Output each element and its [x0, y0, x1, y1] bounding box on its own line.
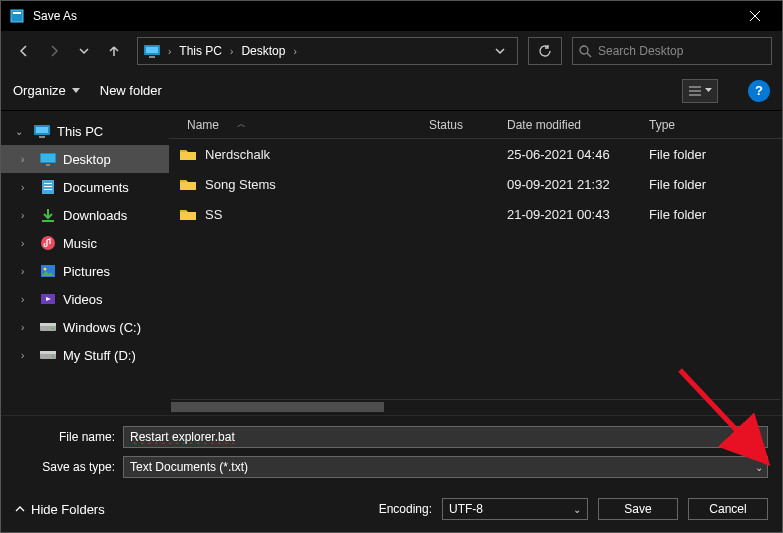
filename-label: File name: — [15, 430, 123, 444]
svg-rect-28 — [40, 323, 56, 326]
cancel-button[interactable]: Cancel — [688, 498, 768, 520]
music-icon — [39, 234, 57, 252]
refresh-button[interactable] — [528, 37, 562, 65]
sidebar-item-music[interactable]: ›Music — [1, 229, 169, 257]
column-headers: Name︿ Status Date modified Type — [169, 111, 782, 139]
sort-asc-icon: ︿ — [237, 118, 246, 131]
svg-point-29 — [52, 328, 54, 330]
breadcrumb-this-pc[interactable]: This PC — [173, 44, 228, 58]
svg-rect-20 — [44, 186, 52, 187]
svg-point-7 — [580, 46, 588, 54]
svg-rect-6 — [149, 56, 155, 58]
scrollbar-thumb[interactable] — [171, 402, 384, 412]
pc-icon — [33, 122, 51, 140]
documents-icon — [39, 178, 57, 196]
file-row[interactable]: Song Stems09-09-2021 21:32File folder — [169, 169, 782, 199]
chevron-right-icon: › — [291, 46, 298, 57]
back-button[interactable] — [11, 38, 37, 64]
sidebar-item-label: Windows (C:) — [63, 320, 141, 335]
sidebar-item-label: Videos — [63, 292, 103, 307]
window-title: Save As — [33, 9, 77, 23]
svg-rect-1 — [13, 12, 21, 14]
chevron-right-icon: › — [166, 46, 173, 57]
svg-rect-35 — [180, 210, 186, 212]
file-row[interactable]: SS21-09-2021 00:43File folder — [169, 199, 782, 229]
file-date: 25-06-2021 04:46 — [497, 147, 639, 162]
horizontal-scrollbar[interactable] — [171, 399, 780, 413]
filename-panel: File name: Save as type: Text Documents … — [1, 415, 782, 490]
file-name: Nerdschalk — [205, 147, 270, 162]
app-icon — [9, 8, 25, 24]
chevron-right-icon: › — [228, 46, 235, 57]
downloads-icon — [39, 206, 57, 224]
encoding-label: Encoding: — [379, 502, 432, 516]
search-input[interactable] — [598, 44, 765, 58]
nav-row: › This PC › Desktop › — [1, 31, 782, 71]
file-date: 09-09-2021 21:32 — [497, 177, 639, 192]
file-date: 21-09-2021 00:43 — [497, 207, 639, 222]
organize-button[interactable]: Organize — [13, 83, 80, 98]
svg-point-32 — [52, 356, 54, 358]
new-folder-button[interactable]: New folder — [100, 83, 162, 98]
filename-input[interactable] — [123, 426, 768, 448]
expand-icon: › — [21, 238, 33, 249]
recent-button[interactable] — [71, 38, 97, 64]
expand-icon: › — [21, 154, 33, 165]
sidebar-item-videos[interactable]: ›Videos — [1, 285, 169, 313]
column-name[interactable]: Name︿ — [169, 118, 419, 132]
sidebar-item-label: Music — [63, 236, 97, 251]
sidebar-item-desktop[interactable]: ›Desktop — [1, 145, 169, 173]
svg-rect-13 — [36, 127, 48, 133]
sidebar-item-windows-c-[interactable]: ›Windows (C:) — [1, 313, 169, 341]
folder-icon — [179, 146, 197, 162]
save-as-dialog: Save As › This PC › Desktop › Organize N… — [0, 0, 783, 533]
file-type: File folder — [639, 177, 782, 192]
expand-icon: › — [21, 210, 33, 221]
hide-folders-button[interactable]: Hide Folders — [15, 502, 105, 517]
up-button[interactable] — [101, 38, 127, 64]
expand-icon: › — [21, 294, 33, 305]
sidebar-item-label: Desktop — [63, 152, 111, 167]
svg-rect-16 — [41, 154, 55, 162]
search-box[interactable] — [572, 37, 772, 65]
file-name: Song Stems — [205, 177, 276, 192]
column-type[interactable]: Type — [639, 118, 782, 132]
save-button[interactable]: Save — [598, 498, 678, 520]
search-icon — [579, 45, 592, 58]
address-bar[interactable]: › This PC › Desktop › — [137, 37, 518, 65]
sidebar-item-my-stuff-d-[interactable]: ›My Stuff (D:) — [1, 341, 169, 369]
sidebar-item-pictures[interactable]: ›Pictures — [1, 257, 169, 285]
savetype-label: Save as type: — [15, 460, 123, 474]
forward-button[interactable] — [41, 38, 67, 64]
help-button[interactable]: ? — [748, 80, 770, 102]
svg-rect-33 — [180, 150, 186, 152]
encoding-select[interactable]: UTF-8⌄ — [442, 498, 588, 520]
view-button[interactable] — [682, 79, 718, 103]
file-row[interactable]: Nerdschalk25-06-2021 04:46File folder — [169, 139, 782, 169]
expand-icon: › — [21, 266, 33, 277]
address-dropdown[interactable] — [487, 38, 513, 64]
sidebar-item-label: This PC — [57, 124, 103, 139]
videos-icon — [39, 290, 57, 308]
breadcrumb-desktop[interactable]: Desktop — [235, 44, 291, 58]
column-date[interactable]: Date modified — [497, 118, 639, 132]
sidebar-item-this-pc[interactable]: ⌄This PC — [1, 117, 169, 145]
file-type: File folder — [639, 147, 782, 162]
svg-rect-31 — [40, 351, 56, 354]
chevron-down-icon: ⌄ — [573, 504, 581, 515]
action-row: Hide Folders Encoding: UTF-8⌄ Save Cance… — [1, 490, 782, 532]
sidebar-item-downloads[interactable]: ›Downloads — [1, 201, 169, 229]
sidebar-item-documents[interactable]: ›Documents — [1, 173, 169, 201]
svg-line-8 — [587, 53, 591, 57]
close-button[interactable] — [732, 1, 778, 31]
svg-rect-14 — [39, 136, 45, 138]
file-name: SS — [205, 207, 222, 222]
savetype-select[interactable]: Text Documents (*.txt)⌄ — [123, 456, 768, 478]
file-list[interactable]: Nerdschalk25-06-2021 04:46File folderSon… — [169, 139, 782, 399]
drive-icon — [39, 346, 57, 364]
column-status[interactable]: Status — [419, 118, 497, 132]
pc-icon — [142, 41, 162, 61]
svg-rect-5 — [146, 47, 158, 53]
file-type: File folder — [639, 207, 782, 222]
folder-icon — [179, 176, 197, 192]
